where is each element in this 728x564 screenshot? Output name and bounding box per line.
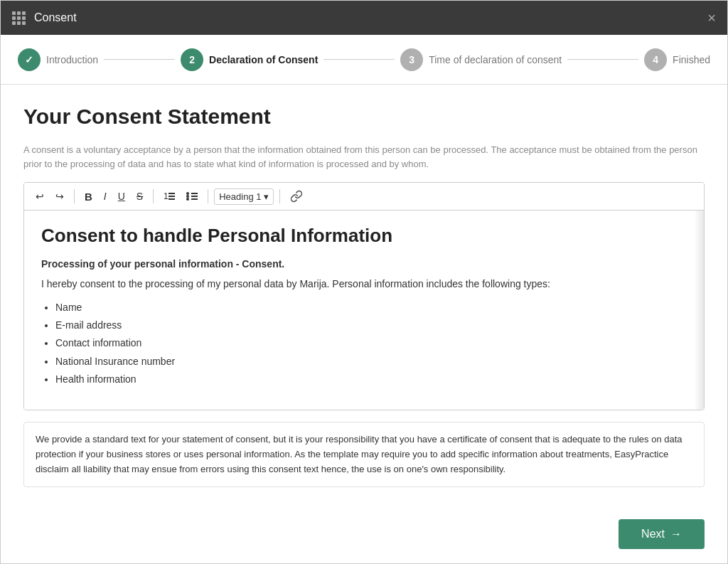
modal-title: Consent bbox=[34, 11, 77, 24]
step-3: 3 Time of declaration of consent bbox=[400, 48, 562, 71]
disclaimer-box: We provide a standard text for your stat… bbox=[23, 422, 705, 487]
underline-button[interactable]: U bbox=[114, 188, 129, 204]
svg-point-6 bbox=[186, 198, 189, 201]
toolbar-sep-3 bbox=[208, 189, 208, 203]
step-4-label: Finished bbox=[673, 54, 710, 65]
header-left: Consent bbox=[12, 11, 77, 25]
heading-select-value: Heading 1 bbox=[219, 191, 261, 202]
step-1-circle: ✓ bbox=[18, 48, 41, 71]
step-2-circle: 2 bbox=[181, 48, 203, 71]
toolbar-sep-2 bbox=[153, 189, 154, 203]
step-1: ✓ Introduction bbox=[18, 48, 98, 71]
step-line-3 bbox=[567, 59, 638, 60]
step-2: 2 Declaration of Consent bbox=[181, 48, 318, 71]
steps-container: ✓ Introduction 2 Declaration of Consent … bbox=[18, 48, 710, 71]
list-item: E-mail address bbox=[55, 316, 687, 334]
svg-rect-1 bbox=[168, 193, 175, 194]
step-4: 4 Finished bbox=[644, 48, 710, 71]
heading-select-arrow: ▾ bbox=[264, 191, 269, 202]
svg-rect-3 bbox=[168, 198, 175, 200]
undo-button[interactable]: ↩ bbox=[31, 188, 48, 204]
svg-point-4 bbox=[186, 192, 189, 195]
list-item: Name bbox=[55, 299, 687, 316]
svg-point-5 bbox=[186, 195, 189, 198]
list-item: National Insurance number bbox=[55, 353, 687, 371]
next-button[interactable]: Next → bbox=[619, 519, 705, 549]
content-list: Name E-mail address Contact information … bbox=[55, 299, 687, 388]
disclaimer-text: We provide a standard text for your stat… bbox=[36, 432, 692, 477]
editor-toolbar: ↩ ↪ B I U S 1. bbox=[24, 183, 704, 211]
svg-rect-2 bbox=[168, 196, 175, 197]
editor-scroll-wrapper: Consent to handle Personal Information P… bbox=[24, 211, 704, 410]
page-subtitle: A consent is a voluntary acceptance by a… bbox=[23, 143, 705, 171]
modal-header: Consent × bbox=[1, 1, 727, 35]
step-4-circle: 4 bbox=[644, 48, 667, 71]
step-3-label: Time of declaration of consent bbox=[429, 54, 562, 65]
rich-text-editor[interactable]: ↩ ↪ B I U S 1. bbox=[23, 182, 705, 410]
list-item: Contact information bbox=[55, 334, 687, 352]
svg-rect-9 bbox=[191, 198, 198, 200]
step-2-label: Declaration of Consent bbox=[209, 54, 318, 65]
italic-button[interactable]: I bbox=[100, 188, 111, 204]
step-3-circle: 3 bbox=[400, 48, 423, 71]
next-arrow-icon: → bbox=[670, 528, 682, 541]
redo-button[interactable]: ↪ bbox=[51, 188, 68, 204]
toolbar-sep-4 bbox=[279, 189, 280, 203]
content-intro-text: I hereby consent to the processing of my… bbox=[41, 277, 687, 292]
svg-rect-8 bbox=[191, 196, 198, 197]
heading-select[interactable]: Heading 1 ▾ bbox=[214, 188, 274, 205]
svg-rect-7 bbox=[191, 193, 198, 194]
close-button[interactable]: × bbox=[707, 11, 716, 25]
step-1-label: Introduction bbox=[46, 54, 98, 65]
steps-bar: ✓ Introduction 2 Declaration of Consent … bbox=[1, 35, 727, 85]
ordered-list-button[interactable]: 1. bbox=[159, 188, 179, 204]
grid-icon bbox=[12, 11, 26, 25]
page-title: Your Consent Statement bbox=[23, 105, 705, 129]
modal-footer: Next → bbox=[1, 511, 727, 563]
content-bold-paragraph: Processing of your personal information … bbox=[41, 258, 687, 270]
unordered-list-button[interactable] bbox=[182, 188, 202, 204]
content-heading: Consent to handle Personal Information bbox=[41, 225, 687, 247]
link-button[interactable] bbox=[286, 187, 307, 206]
strikethrough-button[interactable]: S bbox=[132, 188, 147, 204]
bold-button[interactable]: B bbox=[80, 188, 97, 205]
step-line-2 bbox=[323, 59, 395, 60]
next-button-label: Next bbox=[641, 528, 665, 541]
list-item: Health information bbox=[55, 371, 687, 388]
modal-body: Your Consent Statement A consent is a vo… bbox=[1, 85, 727, 511]
toolbar-sep-1 bbox=[74, 189, 75, 203]
step-line-1 bbox=[104, 59, 175, 60]
editor-content-area[interactable]: Consent to handle Personal Information P… bbox=[24, 211, 704, 410]
